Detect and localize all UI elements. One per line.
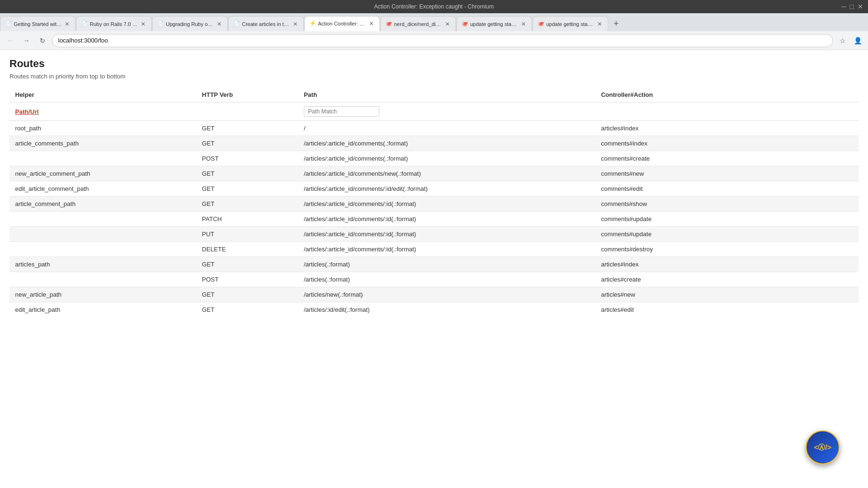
table-row: PUT/articles/:article_id/comments/:id(.:… (9, 227, 859, 242)
table-row: articles_pathGET/articles(.:format)artic… (9, 257, 859, 272)
logo-badge[interactable]: <Ⓐ/> (806, 430, 840, 464)
tab-close-4[interactable]: ✕ (292, 20, 299, 28)
cell-helper: articles_path (9, 257, 196, 272)
browser-tab-8[interactable]: 🐙 update getting started... ✕ (533, 16, 608, 31)
minimize-button[interactable]: ─ (842, 3, 846, 10)
cell-helper: new_article_path (9, 287, 196, 302)
action-filter-cell (595, 103, 859, 121)
table-row: new_article_comment_pathGET/articles/:ar… (9, 166, 859, 181)
cell-path: /articles/:article_id/comments/:id/edit(… (298, 181, 595, 197)
browser-tab-5[interactable]: ⚡ Action Controller: Exce... ✕ (304, 16, 380, 31)
browser-tab-6[interactable]: 🐙 nerd_dice/nerd_dice.r... ✕ (380, 16, 456, 31)
cell-action: comments#index (595, 136, 859, 151)
col-header-helper: Helper (9, 87, 196, 103)
tab-favicon-6: 🐙 (386, 21, 392, 27)
tab-favicon-8: 🐙 (538, 21, 544, 27)
refresh-button[interactable]: ↻ (36, 34, 49, 47)
address-bar[interactable] (52, 34, 833, 47)
path-match-input[interactable] (304, 106, 379, 117)
routes-table-body: root_pathGET/articles#indexarticle_comme… (9, 121, 859, 317)
cell-action: comments#create (595, 151, 859, 166)
cell-helper: edit_article_comment_path (9, 181, 196, 197)
path-helper-filter-cell: Path / Url (9, 103, 196, 121)
page-title: Routes (9, 58, 859, 70)
tab-label-2: Ruby on Rails 7.0 Rele... (90, 21, 138, 27)
cell-verb: GET (196, 136, 298, 151)
table-row: article_comments_pathGET/articles/:artic… (9, 136, 859, 151)
tab-favicon-4: 📄 (233, 21, 240, 27)
window-controls[interactable]: ─ □ ✕ (842, 3, 863, 10)
tab-close-8[interactable]: ✕ (596, 20, 603, 28)
window-title: Action Controller: Exception caught - Ch… (374, 3, 494, 10)
cell-helper: new_article_comment_path (9, 166, 196, 181)
cell-helper (9, 212, 196, 227)
tab-favicon-5: ⚡ (309, 20, 316, 27)
table-row: article_comment_pathGET/articles/:articl… (9, 197, 859, 212)
tab-favicon-7: 🐙 (462, 21, 468, 27)
cell-helper: article_comment_path (9, 197, 196, 212)
back-button[interactable]: ← (4, 34, 17, 47)
browser-tab-2[interactable]: 📄 Ruby on Rails 7.0 Rele... ✕ (76, 16, 152, 31)
tab-close-1[interactable]: ✕ (64, 20, 70, 28)
cell-path: /articles/:article_id/comments/new(.:for… (298, 166, 595, 181)
cell-path: /articles/new(.:format) (298, 287, 595, 302)
path-match-cell (298, 103, 595, 121)
tab-close-5[interactable]: ✕ (368, 20, 375, 27)
cell-path: /articles/:article_id/comments/:id(.:for… (298, 227, 595, 242)
col-header-verb: HTTP Verb (196, 87, 298, 103)
table-row: edit_article_pathGET/articles/:id/edit(.… (9, 302, 859, 317)
cell-action: comments#update (595, 212, 859, 227)
tab-close-3[interactable]: ✕ (216, 20, 223, 28)
cell-helper (9, 242, 196, 257)
table-row: POST/articles/:article_id/comments(.:for… (9, 151, 859, 166)
cell-action: comments#edit (595, 181, 859, 197)
cell-helper (9, 151, 196, 166)
cell-path: /articles/:article_id/comments/:id(.:for… (298, 197, 595, 212)
path-link[interactable]: Path (15, 108, 28, 115)
tab-close-7[interactable]: ✕ (520, 20, 527, 28)
routes-table: Helper HTTP Verb Path Controller#Action … (9, 87, 859, 317)
tab-label-5: Action Controller: Exce... (318, 21, 366, 26)
cell-verb: GET (196, 181, 298, 197)
cell-verb: POST (196, 272, 298, 287)
col-header-action: Controller#Action (595, 87, 859, 103)
table-row: root_pathGET/articles#index (9, 121, 859, 136)
col-header-path: Path (298, 87, 595, 103)
cell-action: articles#index (595, 257, 859, 272)
toolbar-icons: ☆ 👤 (836, 34, 864, 47)
tab-favicon-3: 📄 (157, 21, 164, 27)
tab-close-6[interactable]: ✕ (444, 20, 451, 28)
tab-label-8: update getting started... (546, 21, 594, 27)
cell-action: articles#new (595, 287, 859, 302)
browser-tabs: 📄 Getting Started with R... ✕ 📄 Ruby on … (0, 13, 868, 31)
cell-path: /articles(.:format) (298, 257, 595, 272)
url-link[interactable]: Url (30, 108, 39, 115)
tab-label-7: update getting started... (470, 21, 518, 27)
maximize-button[interactable]: □ (850, 3, 854, 10)
tab-close-2[interactable]: ✕ (140, 20, 146, 28)
browser-tab-7[interactable]: 🐙 update getting started... ✕ (456, 16, 532, 31)
cell-verb: GET (196, 257, 298, 272)
close-button[interactable]: ✕ (858, 3, 863, 10)
browser-tab-3[interactable]: 📄 Upgrading Ruby on Rai... ✕ (152, 16, 228, 31)
cell-verb: PATCH (196, 212, 298, 227)
cell-helper (9, 272, 196, 287)
forward-button[interactable]: → (20, 34, 33, 47)
tab-label-1: Getting Started with R... (14, 21, 62, 27)
browser-toolbar: ← → ↻ ☆ 👤 (0, 31, 868, 50)
browser-tab-1[interactable]: 📄 Getting Started with R... ✕ (0, 16, 76, 31)
cell-verb: GET (196, 197, 298, 212)
bookmark-button[interactable]: ☆ (836, 34, 849, 47)
tab-label-3: Upgrading Ruby on Rai... (166, 21, 214, 27)
new-tab-button[interactable]: + (609, 16, 624, 31)
cell-helper: edit_article_path (9, 302, 196, 317)
cell-action: articles#edit (595, 302, 859, 317)
table-row: new_article_pathGET/articles/new(.:forma… (9, 287, 859, 302)
cell-path: /articles/:article_id/comments/:id(.:for… (298, 242, 595, 257)
profile-button[interactable]: 👤 (851, 34, 864, 47)
cell-path: / (298, 121, 595, 136)
browser-tab-4[interactable]: 📄 Create articles in the a... ✕ (228, 16, 304, 31)
cell-action: articles#index (595, 121, 859, 136)
table-row: DELETE/articles/:article_id/comments/:id… (9, 242, 859, 257)
cell-action: articles#create (595, 272, 859, 287)
